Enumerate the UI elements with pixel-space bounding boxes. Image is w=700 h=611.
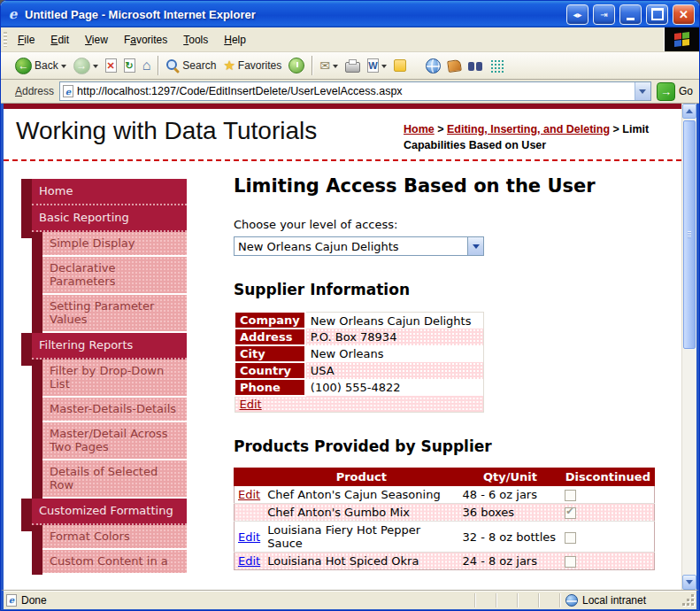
status-bar: e Done Local intranet — [1, 590, 699, 609]
products-column-header — [235, 468, 265, 486]
checkmark-icon: ✔ — [565, 506, 573, 517]
search-icon — [165, 58, 180, 73]
launch-button[interactable] — [444, 58, 465, 73]
sidebar-item-format-colors[interactable]: Format Colors — [42, 525, 187, 550]
web-page: Working with Data Tutorials Home > Editi… — [4, 104, 681, 590]
launch-icon — [447, 59, 462, 73]
go-group[interactable]: → Go — [657, 82, 693, 101]
product-edit-link[interactable]: Edit — [238, 554, 260, 568]
sidebar-item-customized-formatting[interactable]: Customized Formatting — [32, 499, 187, 525]
discuss-button[interactable] — [390, 58, 410, 73]
go-label: Go — [679, 85, 693, 97]
product-row: EditLouisiana Fiery Hot Pepper Sauce32 -… — [235, 522, 655, 553]
supplier-table: CompanyNew Orleans Cajun DelightsAddress… — [234, 311, 484, 413]
title-bar[interactable]: e Untitled Page - Microsoft Internet Exp… — [1, 1, 699, 27]
mail-button[interactable]: ✉ — [316, 57, 342, 74]
scrollbar-thumb[interactable] — [683, 120, 696, 349]
sidebar-item-master-detail-across-two-pages[interactable]: Master/Detail Across Two Pages — [42, 422, 187, 460]
history-button[interactable] — [285, 56, 308, 75]
menu-grip[interactable] — [4, 32, 7, 47]
sidebar-item-custom-content-in-a[interactable]: Custom Content in a — [42, 550, 187, 575]
scroll-down-button[interactable] — [682, 575, 696, 590]
zone-label: Local intranet — [582, 594, 646, 607]
sidebar-item-home[interactable]: Home — [32, 179, 187, 205]
research-button[interactable] — [465, 58, 487, 73]
menu-item-file[interactable]: File — [10, 27, 42, 51]
status-pane — [538, 593, 559, 607]
back-label: Back — [35, 59, 58, 72]
discontinued-checkbox[interactable]: ✔ — [565, 507, 576, 519]
refresh-icon: ↻ — [124, 58, 135, 73]
vertical-scrollbar[interactable] — [681, 104, 696, 590]
refresh-button[interactable]: ↻ — [120, 57, 139, 74]
history-icon — [288, 58, 304, 73]
address-dropdown-button[interactable] — [635, 82, 650, 100]
address-bar: Address e http://localhost:1297/Code/Edi… — [1, 80, 699, 104]
supplier-field-value: USA — [305, 362, 484, 379]
sidebar-item-setting-parameter-values[interactable]: Setting Parameter Values — [42, 295, 187, 333]
browser-window: e Untitled Page - Microsoft Internet Exp… — [0, 0, 700, 611]
menu-item-favorites[interactable]: Favorites — [116, 27, 175, 51]
menu-item-edit[interactable]: Edit — [42, 27, 77, 51]
menu-item-help[interactable]: Help — [216, 27, 254, 51]
back-button[interactable]: ← Back — [12, 56, 70, 76]
discontinued-checkbox[interactable] — [565, 556, 576, 568]
forward-dropdown-icon — [93, 65, 98, 71]
home-button[interactable]: ⌂ — [139, 56, 155, 75]
close-button[interactable]: ✕ — [673, 4, 695, 25]
print-button[interactable] — [342, 58, 364, 74]
menu-item-tools[interactable]: Tools — [175, 27, 216, 51]
supplier-edit-link[interactable]: Edit — [240, 398, 262, 411]
msn-button[interactable] — [422, 57, 444, 75]
edit-with-word-button[interactable]: W — [364, 57, 390, 74]
home-icon: ⌂ — [142, 58, 151, 73]
discontinued-checkbox[interactable] — [565, 532, 576, 544]
detach-window-button[interactable]: ⇥ — [593, 4, 615, 25]
select-dropdown-icon[interactable] — [467, 237, 483, 255]
supplier-field-label: Country — [235, 362, 305, 379]
minimize-button[interactable] — [619, 4, 642, 25]
sidebar-item-declarative-parameters[interactable]: Declarative Parameters — [42, 257, 187, 295]
resize-grip[interactable] — [681, 594, 694, 607]
maximize-button[interactable] — [646, 4, 668, 25]
discontinued-checkbox[interactable] — [565, 490, 576, 501]
sidebar-item-master-details-details[interactable]: Master-Details-Details — [42, 398, 187, 422]
favorites-label: Favorites — [238, 59, 281, 72]
breadcrumb-link-home[interactable]: Home — [404, 123, 435, 135]
mail-dropdown-icon — [333, 65, 338, 71]
address-field[interactable]: e http://localhost:1297/Code/EditInsertD… — [59, 81, 651, 101]
forward-icon: → — [73, 58, 90, 74]
scroll-up-button[interactable] — [682, 104, 696, 119]
product-qty: 48 - 6 oz jars — [458, 486, 561, 504]
breadcrumb: Home > Editing, Inserting, and Deleting … — [404, 117, 669, 153]
supplier-row: CompanyNew Orleans Cajun Delights — [235, 312, 484, 329]
site-title: Working with Data Tutorials — [16, 117, 317, 145]
supplier-field-value: New Orleans — [305, 345, 484, 362]
windows-flag-icon — [674, 32, 689, 47]
search-button[interactable]: Search — [162, 57, 219, 74]
sidebar-item-simple-display[interactable]: Simple Display — [42, 232, 187, 257]
favorites-button[interactable]: ★ Favorites — [219, 56, 285, 75]
products-table: ProductQty/UnitDiscontinued EditChef Ant… — [234, 468, 655, 570]
messenger-button[interactable] — [487, 58, 507, 74]
product-edit-link[interactable]: Edit — [238, 488, 260, 501]
stop-icon: ✕ — [105, 58, 117, 73]
product-edit-link[interactable]: Edit — [238, 530, 260, 544]
scrollbar-track[interactable] — [682, 351, 696, 575]
sidebar-item-details-of-selected-row[interactable]: Details of Selected Row — [42, 460, 187, 499]
menu-item-view[interactable]: View — [77, 27, 116, 51]
discuss-note-icon — [394, 59, 406, 72]
go-icon[interactable]: → — [657, 82, 675, 101]
access-level-select[interactable]: New Orleans Cajun Delights — [234, 236, 484, 256]
sidebar-item-basic-reporting[interactable]: Basic Reporting — [32, 205, 187, 232]
sidebar-item-filtering-reports[interactable]: Filtering Reports — [32, 333, 187, 360]
search-label: Search — [182, 59, 216, 72]
breadcrumb-link-section[interactable]: Editing, Inserting, and Deleting — [447, 123, 610, 135]
forward-button[interactable]: → — [70, 56, 102, 76]
toolbar-separator — [312, 56, 312, 75]
switch-window-button[interactable]: ◂▸ — [566, 4, 588, 25]
stop-button[interactable]: ✕ — [102, 57, 120, 74]
products-column-header: Product — [264, 468, 458, 486]
sidebar-item-filter-by-drop-down-list[interactable]: Filter by Drop-Down List — [42, 360, 187, 398]
address-url[interactable]: http://localhost:1297/Code/EditInsertDel… — [77, 85, 631, 97]
